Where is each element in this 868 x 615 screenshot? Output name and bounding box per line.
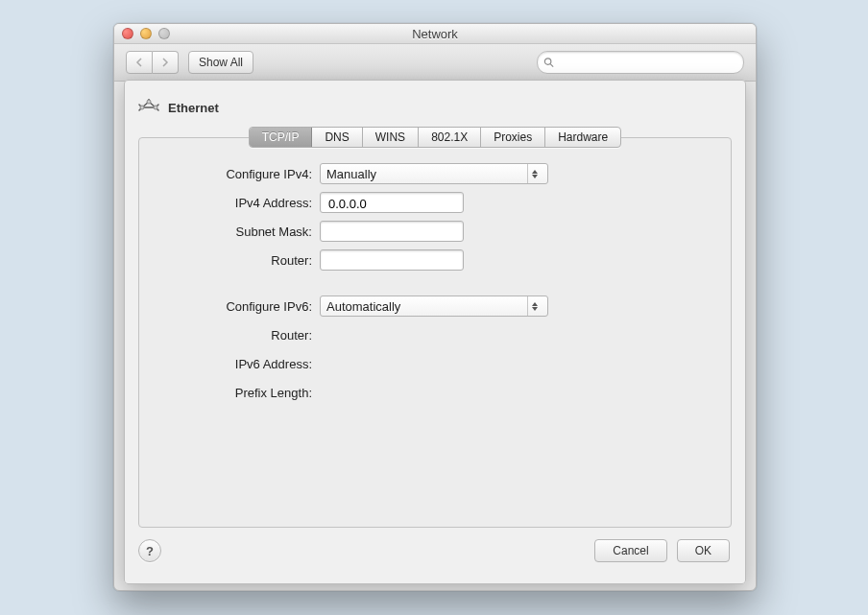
label-configure-ipv6: Configure IPv6:: [139, 299, 320, 314]
svg-line-1: [550, 64, 553, 67]
nav-back-forward: [126, 51, 179, 74]
label-ipv4-address: IPv4 Address:: [139, 196, 320, 210]
label-ipv6-address: IPv6 Address:: [139, 357, 320, 371]
chevron-left-icon: [135, 58, 143, 67]
ok-button[interactable]: OK: [677, 539, 730, 562]
cancel-button[interactable]: Cancel: [594, 539, 666, 562]
sheet-title: Ethernet: [168, 101, 219, 115]
tab-8021x[interactable]: 802.1X: [419, 128, 481, 147]
router-v4-field[interactable]: [320, 249, 464, 271]
tab-dns[interactable]: DNS: [312, 128, 362, 147]
subnet-mask-input[interactable]: [326, 222, 461, 243]
svg-point-3: [140, 106, 144, 109]
tab-bar: TCP/IP DNS WINS 802.1X Proxies Hardware: [249, 127, 621, 148]
label-subnet-mask: Subnet Mask:: [139, 225, 320, 239]
back-button[interactable]: [126, 51, 153, 74]
search-icon: [543, 57, 554, 68]
chevron-right-icon: [161, 58, 169, 67]
search-input[interactable]: [554, 55, 735, 70]
subnet-mask-field[interactable]: [320, 221, 464, 242]
svg-point-4: [154, 106, 157, 109]
label-prefix-length: Prefix Length:: [139, 386, 320, 400]
ipv4-address-input[interactable]: [326, 193, 461, 214]
titlebar: Network: [114, 24, 756, 44]
preferences-window: Network Show All: [113, 23, 757, 591]
ethernet-icon: [138, 99, 159, 116]
label-configure-ipv4: Configure IPv4:: [139, 167, 320, 181]
toolbar: Show All: [114, 44, 756, 82]
tab-proxies[interactable]: Proxies: [481, 128, 545, 147]
label-router-v4: Router:: [139, 253, 320, 268]
configure-ipv6-value: Automatically: [326, 299, 400, 314]
label-router-v6: Router:: [139, 328, 320, 343]
configure-ipv6-select[interactable]: Automatically: [320, 296, 548, 317]
select-stepper-icon: [527, 164, 542, 183]
svg-point-0: [544, 59, 550, 64]
tab-wins[interactable]: WINS: [363, 128, 419, 147]
tcpip-panel: Configure IPv4: Manually IPv4 Address:: [138, 137, 732, 528]
window-title: Network: [412, 27, 458, 41]
show-all-button[interactable]: Show All: [188, 51, 253, 74]
tab-hardware[interactable]: Hardware: [545, 128, 620, 147]
select-stepper-icon: [527, 296, 542, 316]
tab-tcpip[interactable]: TCP/IP: [250, 128, 313, 147]
minimize-window-button[interactable]: [140, 28, 152, 39]
ipv4-address-field[interactable]: [320, 192, 464, 213]
close-window-button[interactable]: [122, 28, 133, 39]
configure-ipv4-value: Manually: [326, 167, 376, 181]
zoom-window-button[interactable]: [158, 28, 170, 39]
svg-point-2: [147, 100, 151, 104]
forward-button[interactable]: [153, 51, 179, 74]
advanced-sheet: Ethernet TCP/IP DNS WINS 802.1X Proxies …: [124, 80, 746, 584]
search-field[interactable]: [537, 51, 744, 74]
help-button[interactable]: ?: [138, 539, 161, 562]
router-v4-input[interactable]: [326, 250, 461, 272]
configure-ipv4-select[interactable]: Manually: [320, 163, 548, 184]
